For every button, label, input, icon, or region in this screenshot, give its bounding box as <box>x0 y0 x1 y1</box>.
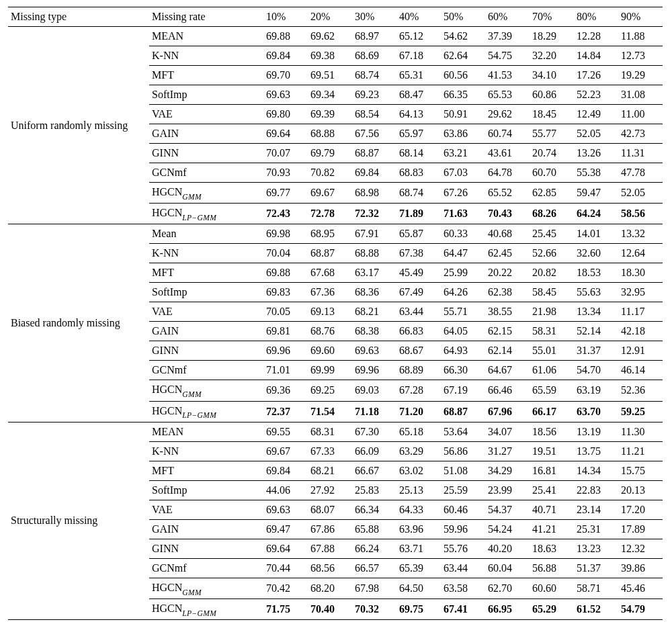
value-cell: 69.39 <box>308 105 352 124</box>
value-cell: 65.87 <box>396 224 441 244</box>
value-cell: 44.06 <box>263 480 308 500</box>
value-cell: 69.84 <box>352 163 396 183</box>
value-cell: 27.92 <box>308 480 352 500</box>
value-cell: 63.86 <box>441 124 485 144</box>
missing-type-cell: Uniform randomly missing <box>8 27 149 224</box>
value-cell: 69.23 <box>352 85 396 105</box>
value-cell: 62.85 <box>530 183 574 204</box>
value-cell: 69.67 <box>263 441 308 461</box>
table-body: Uniform randomly missingMEAN69.8869.6268… <box>8 27 663 620</box>
value-cell: 67.88 <box>308 539 352 558</box>
value-cell: 60.04 <box>485 558 530 578</box>
value-cell: 64.93 <box>441 341 485 361</box>
value-cell: 69.47 <box>263 519 308 539</box>
col-rate-60: 60% <box>485 7 530 27</box>
value-cell: 16.81 <box>530 461 574 480</box>
value-cell: 12.49 <box>574 105 618 124</box>
value-cell: 42.73 <box>618 124 663 144</box>
method-cell: GINN <box>149 144 263 163</box>
value-cell: 68.21 <box>308 461 352 480</box>
value-cell: 69.13 <box>308 302 352 322</box>
value-cell: 69.63 <box>352 341 396 361</box>
value-cell: 41.21 <box>530 519 574 539</box>
value-cell: 63.21 <box>441 144 485 163</box>
value-cell: 66.83 <box>396 322 441 341</box>
value-cell: 68.38 <box>352 322 396 341</box>
value-cell: 20.13 <box>618 480 663 500</box>
value-cell: 32.95 <box>618 283 663 302</box>
value-cell: 13.26 <box>574 144 618 163</box>
value-cell: 67.86 <box>308 519 352 539</box>
value-cell: 60.46 <box>441 500 485 519</box>
value-cell: 69.80 <box>263 105 308 124</box>
value-cell: 67.33 <box>308 441 352 461</box>
col-rate-90: 90% <box>618 7 663 27</box>
value-cell: 68.47 <box>396 85 441 105</box>
value-cell: 67.28 <box>396 380 441 401</box>
value-cell: 69.96 <box>263 341 308 361</box>
value-cell: 45.49 <box>396 263 441 283</box>
method-cell: HGCNLP−GMM <box>149 598 263 619</box>
value-cell: 69.60 <box>308 341 352 361</box>
value-cell: 72.37 <box>263 401 308 422</box>
value-cell: 64.24 <box>574 204 618 224</box>
value-cell: 69.84 <box>263 461 308 480</box>
value-cell: 67.41 <box>441 598 485 619</box>
value-cell: 71.63 <box>441 204 485 224</box>
value-cell: 25.99 <box>441 263 485 283</box>
value-cell: 20.22 <box>485 263 530 283</box>
value-cell: 63.70 <box>574 401 618 422</box>
value-cell: 69.03 <box>352 380 396 401</box>
value-cell: 13.23 <box>574 539 618 558</box>
value-cell: 65.52 <box>485 183 530 204</box>
value-cell: 70.43 <box>485 204 530 224</box>
value-cell: 54.24 <box>485 519 530 539</box>
value-cell: 71.01 <box>263 361 308 380</box>
method-cell: HGCNLP−GMM <box>149 204 263 224</box>
table-row: Structurally missingMEAN69.5568.3167.306… <box>8 422 663 441</box>
value-cell: 65.39 <box>396 558 441 578</box>
value-cell: 38.55 <box>485 302 530 322</box>
value-cell: 62.70 <box>485 578 530 598</box>
value-cell: 64.05 <box>441 322 485 341</box>
value-cell: 64.67 <box>485 361 530 380</box>
value-cell: 52.36 <box>618 380 663 401</box>
value-cell: 18.56 <box>530 422 574 441</box>
value-cell: 17.20 <box>618 500 663 519</box>
value-cell: 67.38 <box>396 244 441 263</box>
results-table: Missing type Missing rate 10% 20% 30% 40… <box>8 7 663 620</box>
value-cell: 17.26 <box>574 66 618 85</box>
value-cell: 40.20 <box>485 539 530 558</box>
value-cell: 23.14 <box>574 500 618 519</box>
value-cell: 69.88 <box>263 263 308 283</box>
value-cell: 63.29 <box>396 441 441 461</box>
value-cell: 70.04 <box>263 244 308 263</box>
value-cell: 62.64 <box>441 46 485 66</box>
method-cell: MFT <box>149 66 263 85</box>
value-cell: 67.98 <box>352 578 396 598</box>
method-cell: K-NN <box>149 244 263 263</box>
value-cell: 69.64 <box>263 124 308 144</box>
value-cell: 71.89 <box>396 204 441 224</box>
value-cell: 51.37 <box>574 558 618 578</box>
value-cell: 31.37 <box>574 341 618 361</box>
method-cell: K-NN <box>149 441 263 461</box>
value-cell: 42.18 <box>618 322 663 341</box>
value-cell: 68.87 <box>352 144 396 163</box>
value-cell: 65.53 <box>485 85 530 105</box>
value-cell: 67.26 <box>441 183 485 204</box>
method-cell: GINN <box>149 341 263 361</box>
value-cell: 55.63 <box>574 283 618 302</box>
value-cell: 69.81 <box>263 322 308 341</box>
value-cell: 65.88 <box>352 519 396 539</box>
value-cell: 70.44 <box>263 558 308 578</box>
value-cell: 17.89 <box>618 519 663 539</box>
value-cell: 67.49 <box>396 283 441 302</box>
value-cell: 52.05 <box>574 124 618 144</box>
value-cell: 55.71 <box>441 302 485 322</box>
value-cell: 13.75 <box>574 441 618 461</box>
value-cell: 52.05 <box>618 183 663 204</box>
value-cell: 64.13 <box>396 105 441 124</box>
method-cell: GAIN <box>149 519 263 539</box>
value-cell: 12.73 <box>618 46 663 66</box>
